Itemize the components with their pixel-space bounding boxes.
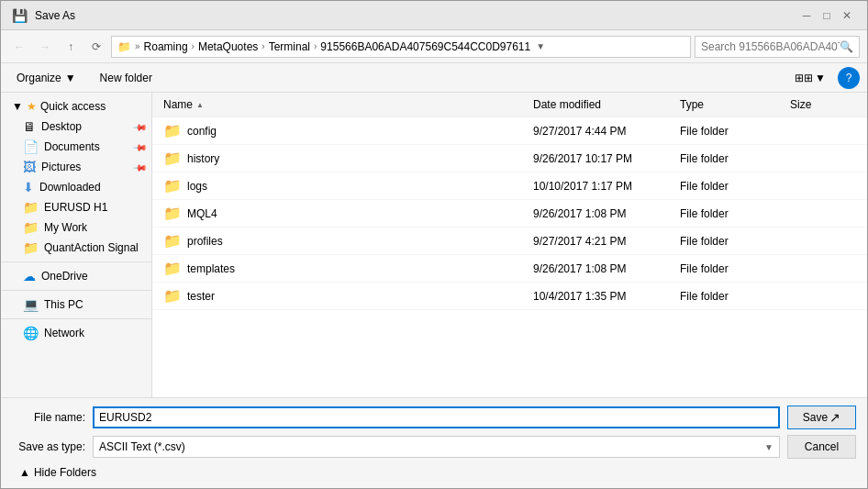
save-as-dialog: 💾 Save As ─ □ ✕ ← → ↑ ⟳ 📁 » Roaming › Me… — [0, 0, 868, 489]
collapse-icon: ▲ — [19, 466, 30, 479]
file-name-cell: 📁 MQL4 — [160, 202, 529, 225]
pin-icon-documents: 📌 — [133, 139, 148, 154]
hide-folders-label: Hide Folders — [34, 466, 96, 479]
breadcrumb-sep-1: › — [192, 41, 195, 51]
col-header-type[interactable]: Type — [676, 94, 786, 115]
file-date: 9/27/2017 4:21 PM — [529, 232, 676, 250]
col-header-size[interactable]: Size — [786, 94, 860, 115]
sort-indicator: ▲ — [196, 101, 204, 109]
search-icon: 🔍 — [840, 40, 853, 53]
main-area: ▼ ★ Quick access 🖥 Desktop 📌 📄 Documents… — [1, 93, 867, 397]
minimize-button[interactable]: ─ — [797, 6, 816, 25]
breadcrumb-bar[interactable]: 📁 » Roaming › MetaQuotes › Terminal › 91… — [111, 36, 691, 58]
quick-access-label: Quick access — [40, 100, 106, 113]
new-folder-button[interactable]: New folder — [92, 69, 161, 87]
sidebar-downloaded-label: Downloaded — [39, 181, 101, 194]
cancel-button[interactable]: Cancel — [787, 435, 856, 459]
forward-button[interactable]: → — [34, 36, 56, 58]
sidebar-network-label: Network — [44, 327, 84, 339]
col-header-name[interactable]: Name ▲ — [160, 94, 529, 115]
sidebar-item-eurusd[interactable]: 📁 EURUSD H1 — [1, 197, 151, 217]
breadcrumb-sep-0: » — [135, 41, 140, 51]
table-row[interactable]: 📁 MQL4 9/26/2017 1:08 PM File folder — [152, 200, 867, 228]
breadcrumb-folder-icon: 📁 — [117, 40, 131, 53]
pin-icon-pictures: 📌 — [133, 160, 148, 174]
sidebar-item-thispc[interactable]: 💻 This PC — [1, 295, 151, 315]
desktop-icon: 🖥 — [23, 119, 36, 134]
search-box[interactable]: 🔍 — [695, 36, 860, 58]
sidebar-quantaction-label: QuantAction Signal — [44, 241, 139, 254]
filetype-select[interactable]: ASCII Text (*.csv) ▼ — [93, 436, 780, 458]
quick-access-header[interactable]: ▼ ★ Quick access — [1, 96, 151, 117]
filename-input[interactable] — [93, 406, 780, 428]
search-input[interactable] — [701, 40, 840, 53]
mywork-icon: 📁 — [23, 220, 39, 235]
file-type: File folder — [676, 177, 786, 195]
quick-access-chevron-icon: ▼ — [12, 100, 23, 113]
sidebar-divider-2 — [1, 290, 151, 291]
dialog-icon: 💾 — [12, 8, 28, 23]
pin-icon-desktop: 📌 — [133, 119, 148, 134]
maximize-button[interactable]: □ — [818, 6, 836, 25]
save-button[interactable]: Save ↗ — [787, 406, 856, 429]
pictures-icon: 🖼 — [23, 160, 36, 174]
file-size — [786, 294, 860, 299]
table-row[interactable]: 📁 history 9/26/2017 10:17 PM File folder — [152, 145, 867, 172]
file-size — [786, 266, 860, 272]
file-type: File folder — [676, 205, 786, 223]
back-button[interactable]: ← — [8, 36, 30, 58]
file-name-cell: 📁 config — [160, 119, 529, 142]
filetype-row: Save as type: ASCII Text (*.csv) ▼ Cance… — [12, 435, 856, 459]
table-row[interactable]: 📁 profiles 9/27/2017 4:21 PM File folder — [152, 228, 867, 255]
sidebar: ▼ ★ Quick access 🖥 Desktop 📌 📄 Documents… — [1, 93, 152, 397]
file-type: File folder — [676, 232, 786, 250]
table-row[interactable]: 📁 logs 10/10/2017 1:17 PM File folder — [152, 172, 867, 200]
view-icon: ⊞⊞ — [795, 72, 813, 84]
file-date: 9/26/2017 1:08 PM — [529, 260, 676, 278]
table-row[interactable]: 📁 config 9/27/2017 4:44 PM File folder — [152, 117, 867, 145]
file-name-cell: 📁 logs — [160, 174, 529, 197]
organize-chevron-icon: ▼ — [65, 72, 76, 84]
title-controls: ─ □ ✕ — [797, 6, 856, 25]
quick-access-star-icon: ★ — [27, 100, 37, 113]
hide-folders-bar[interactable]: ▲ Hide Folders — [12, 464, 856, 481]
sidebar-item-pictures[interactable]: 🖼 Pictures 📌 — [1, 157, 151, 177]
sidebar-item-mywork[interactable]: 📁 My Work — [1, 217, 151, 238]
close-button[interactable]: ✕ — [838, 6, 856, 25]
col-header-date[interactable]: Date modified — [529, 94, 676, 115]
onedrive-icon: ☁ — [23, 269, 36, 283]
new-folder-label: New folder — [100, 72, 152, 84]
sidebar-item-quantaction[interactable]: 📁 QuantAction Signal — [1, 238, 151, 258]
file-area: Name ▲ Date modified Type Size — [152, 93, 867, 397]
sidebar-item-network[interactable]: 🌐 Network — [1, 323, 151, 343]
table-row[interactable]: 📁 tester 10/4/2017 1:35 PM File folder — [152, 283, 867, 310]
breadcrumb-terminal[interactable]: Terminal — [269, 40, 310, 53]
sidebar-item-onedrive[interactable]: ☁ OneDrive — [1, 266, 151, 286]
command-bar: Organize ▼ New folder ⊞⊞ ▼ ? — [1, 63, 867, 93]
filename-label: File name: — [12, 411, 85, 424]
help-button[interactable]: ? — [838, 67, 860, 89]
organize-button[interactable]: Organize ▼ — [8, 69, 84, 87]
sidebar-item-downloaded[interactable]: ⬇ Downloaded — [1, 177, 151, 197]
sidebar-item-documents[interactable]: 📄 Documents 📌 — [1, 137, 151, 157]
refresh-button[interactable]: ⟳ — [85, 36, 107, 58]
help-label: ? — [846, 72, 852, 84]
dialog-title: Save As — [35, 9, 75, 22]
breadcrumb-metaquotes[interactable]: MetaQuotes — [198, 40, 258, 53]
file-size — [786, 128, 860, 134]
breadcrumb-hash[interactable]: 915566BA06ADA407569C544CC0D97611 — [320, 40, 530, 53]
view-button[interactable]: ⊞⊞ ▼ — [790, 69, 830, 87]
folder-icon: 📁 — [163, 260, 182, 277]
table-row[interactable]: 📁 templates 9/26/2017 1:08 PM File folde… — [152, 255, 867, 283]
sidebar-eurusd-label: EURUSD H1 — [44, 201, 107, 214]
breadcrumb-dropdown-icon[interactable]: ▼ — [536, 41, 545, 51]
quantaction-icon: 📁 — [23, 240, 39, 255]
sidebar-mywork-label: My Work — [44, 221, 87, 234]
file-type: File folder — [676, 122, 786, 140]
eurusd-icon: 📁 — [23, 200, 39, 215]
downloaded-icon: ⬇ — [23, 180, 34, 194]
breadcrumb-roaming[interactable]: Roaming — [144, 40, 188, 53]
view-chevron-icon: ▼ — [815, 72, 826, 84]
sidebar-item-desktop[interactable]: 🖥 Desktop 📌 — [1, 117, 151, 137]
up-button[interactable]: ↑ — [60, 36, 82, 58]
